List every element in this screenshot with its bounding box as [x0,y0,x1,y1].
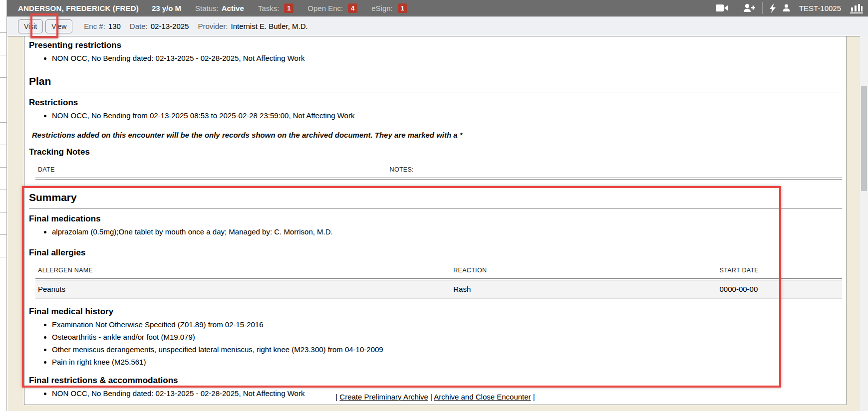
provider-value: Internist E. Butler, M.D. [231,22,307,30]
list-item: NON OCC, No Bending dated: 02-13-2025 - … [52,53,846,63]
date-value: 02-13-2025 [151,22,189,30]
list-item: Osteoarthritis - ankle and/or foot (M19.… [52,332,846,342]
status-value: Active [222,4,244,12]
pipe-separator: | [533,393,535,401]
section-divider [29,92,842,92]
list-item: alprazolam (0.5mg);One tablet by mouth o… [52,226,846,237]
pipe-separator: | [430,393,432,401]
final-medical-history-list: Examination Not Otherwise Specified (Z01… [24,319,846,367]
final-restrictions-heading: Final restrictions & accommodations [29,376,846,386]
list-item: NON OCC, No Bending from 02-13-2025 08:5… [52,110,846,121]
status-label: Status: [195,4,219,12]
restrictions-list: NON OCC, No Bending from 02-13-2025 08:5… [24,110,846,121]
tracking-notes-table: DATE NOTES: [35,163,842,180]
encounter-toolbar: Visit View Enc #: 130 Date: 02-13-2025 P… [7,16,868,36]
provider-label: Provider: [198,22,228,30]
tasks-count-badge[interactable]: 1 [284,3,293,13]
left-background-rail [0,0,7,411]
flash-icon[interactable] [770,3,776,13]
archive-links: | Create Preliminary Archive | Archive a… [24,393,846,401]
open-enc-label: Open Enc: [307,4,343,12]
patient-header-bar: ANDERSON, FREDERICK (FRED) 23 y/o M Stat… [7,0,868,16]
enc-number-value: 130 [108,22,121,30]
presenting-restrictions-heading: Presenting restrictions [29,40,846,50]
reports-chart-icon[interactable] [850,3,863,13]
list-item: Pain in right knee (M25.561) [52,357,846,367]
column-header-start-date: START DATE [717,264,842,279]
user-id[interactable]: TEST-10025 [799,4,841,12]
scrollbar-thumb[interactable] [861,86,867,191]
video-camera-icon[interactable] [716,3,729,12]
column-header-reaction: REACTION [451,264,717,279]
open-enc-count-badge[interactable]: 4 [348,3,357,13]
tasks-label: Tasks: [258,4,280,12]
tab-visit[interactable]: Visit [18,19,43,33]
final-medications-list: alprazolam (0.5mg);One tablet by mouth o… [24,226,846,237]
list-item: Other meniscus derangements, unspecified… [52,344,846,355]
allergen-name-cell: Peanuts [35,279,451,299]
restrictions-note: Restrictions added on this encounter wil… [32,131,846,139]
encounter-document-panel: Presenting restrictions NON OCC, No Bend… [24,36,847,405]
column-header-notes: NOTES: [387,163,842,179]
archive-and-close-encounter-link[interactable]: Archive and Close Encounter [434,393,531,401]
final-allergies-heading: Final allergies [29,248,846,258]
tracking-notes-heading: Tracking Notes [29,147,846,157]
create-preliminary-archive-link[interactable]: Create Preliminary Archive [339,393,428,401]
patient-name: ANDERSON, FREDERICK (FRED) [18,4,139,12]
plan-heading: Plan [29,75,846,87]
header-actions: TEST-10025 [716,2,863,14]
left-rail-cells [0,10,6,257]
final-medical-history-heading: Final medical history [29,307,846,317]
enc-number-label: Enc #: [84,22,105,30]
vertical-scrollbar[interactable] [860,36,868,411]
restrictions-heading: Restrictions [29,98,846,108]
divider [736,2,736,14]
esign-label: eSign: [371,4,393,12]
column-header-date: DATE [35,163,387,179]
divider [762,2,763,14]
list-item: Examination Not Otherwise Specified (Z01… [52,319,846,330]
esign-count-badge[interactable]: 1 [398,3,407,13]
add-user-icon[interactable] [743,3,755,12]
pipe-separator: | [335,393,337,401]
tab-view[interactable]: View [45,19,72,33]
application-window: ANDERSON, FREDERICK (FRED) 23 y/o M Stat… [0,0,868,411]
table-row: Peanuts Rash 0000-00-00 [35,279,842,299]
reaction-cell: Rash [451,279,717,299]
allergies-table: ALLERGEN NAME REACTION START DATE Peanut… [35,264,842,299]
presenting-restrictions-list: NON OCC, No Bending dated: 02-13-2025 - … [24,53,846,63]
final-medications-heading: Final medications [29,214,846,224]
date-label: Date: [130,22,148,30]
start-date-cell: 0000-00-00 [717,279,842,299]
section-divider [29,208,842,208]
user-icon [783,4,790,12]
summary-heading: Summary [29,192,846,204]
column-header-allergen-name: ALLERGEN NAME [35,264,451,279]
patient-age-sex: 23 y/o M [152,4,181,12]
